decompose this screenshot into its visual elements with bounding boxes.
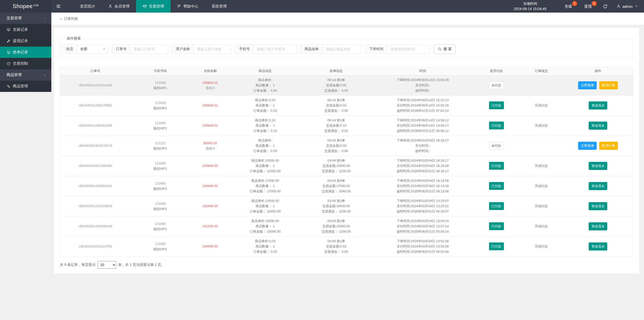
fund-flow-button[interactable]: 资金流水 bbox=[589, 182, 607, 190]
username-input[interactable] bbox=[194, 44, 231, 54]
phone-number: 123456 bbox=[132, 201, 189, 206]
sidebar-group-label: 交易管理 bbox=[7, 16, 22, 21]
phone-input[interactable] bbox=[254, 44, 297, 54]
paid-status-badge: 已付款 bbox=[489, 202, 504, 210]
frozen-amount: 冻结:0 bbox=[191, 146, 229, 151]
fund-flow-button[interactable]: 资金流水 bbox=[589, 101, 607, 110]
page-size-select[interactable]: 20 bbox=[98, 261, 116, 269]
balance-cell: 50000.00冻结:0 bbox=[190, 136, 230, 156]
sidebar-item-product-management[interactable]: 商品管理 bbox=[0, 81, 51, 92]
time-info-cell: 下单时间:2024年03月04日 13:04:24支付时间:2024年03月04… bbox=[372, 216, 473, 236]
fund-flow-button[interactable]: 资金流水 bbox=[589, 202, 607, 210]
product-info-line: 商品数量： 1 bbox=[231, 143, 299, 148]
table-row: UB2403041320563541123456级别VIP1104440.00商… bbox=[60, 176, 633, 196]
sidebar-group-product-manage[interactable]: 商品管理 bbox=[0, 69, 51, 81]
product-info-line: 订单金额： 0.10 bbox=[231, 128, 299, 133]
product-info-cell: 商品单价:商品数量： 1订单金额： 0.00 bbox=[230, 75, 300, 95]
user-icon bbox=[108, 4, 112, 9]
actions-cell: 资金流水 bbox=[563, 176, 633, 196]
product-info-line: 订单金额： 0.03 bbox=[231, 108, 299, 113]
sidebar-item-grab-records[interactable]: 抢单记录 bbox=[0, 47, 51, 58]
actions-cell: 资金流水 bbox=[563, 236, 633, 257]
product-name-input[interactable] bbox=[323, 44, 361, 54]
sidebar-item-recharge-records[interactable]: 充值记录 bbox=[0, 24, 51, 35]
sidebar-group-trade-manage[interactable]: 交易管理 bbox=[0, 13, 51, 24]
product-info-line: 商品单价:10000.00 bbox=[231, 158, 299, 163]
dispatch-button[interactable]: 立即派单 bbox=[578, 142, 597, 150]
column-header: 订单号 bbox=[60, 67, 131, 75]
grab-info-line: 09-14 第1单 bbox=[301, 118, 371, 123]
recharge-badge: 1 bbox=[572, 1, 577, 6]
grab-info-line: 交易金额:0.10 bbox=[301, 123, 371, 128]
sidebar-item-withdraw-records[interactable]: 提现记录 bbox=[0, 35, 51, 47]
pagination-prefix: 共 9 条记录，每页显示 bbox=[60, 263, 96, 267]
nav-item-label: 系统管理 bbox=[212, 4, 227, 9]
dispatch-button[interactable]: 立即派单 bbox=[578, 81, 597, 89]
nav-item-help[interactable]: 帮助中心 bbox=[171, 0, 205, 13]
balance-value: 104440.00 bbox=[191, 183, 229, 189]
order-status-cell bbox=[519, 75, 563, 95]
order-time-input[interactable] bbox=[387, 44, 430, 54]
sidebar-item-label: 提现记录 bbox=[13, 39, 28, 43]
fund-flow-button[interactable]: 资金流水 bbox=[589, 162, 607, 170]
balance-cell: 105640.01 bbox=[190, 95, 230, 116]
grab-info-line: 09-14 第0单 bbox=[301, 77, 371, 83]
paid-status-badge: 未付款 bbox=[489, 81, 504, 89]
grab-info-line: 交易金额:17000.00 bbox=[301, 183, 371, 189]
pagination: 共 9 条记录，每页显示 20 条，共 1 页当前显示第 1 页。 bbox=[60, 261, 633, 269]
nav-item-home[interactable]: 首页统计 bbox=[73, 0, 102, 13]
time-info-line: 超时时间:2035年08月01日 05:04:24 bbox=[373, 229, 472, 234]
paid-status-cell: 已付款 bbox=[473, 156, 520, 176]
withdraw-link[interactable]: 提现 0 bbox=[584, 4, 592, 9]
scales-icon bbox=[143, 4, 147, 9]
paid-status-cell: 已付款 bbox=[473, 176, 520, 196]
grab-info-cell: 03-04 第1单交易金额:0.03交易佣金： 0.00 bbox=[300, 236, 372, 257]
hamburger-menu-icon[interactable] bbox=[51, 0, 66, 13]
time-info-line: 超时时间:2035年08月01日 05:02:48 bbox=[373, 249, 472, 254]
refresh-icon[interactable] bbox=[603, 4, 608, 9]
order-no-cell: UB2403041301113763 bbox=[60, 236, 131, 257]
product-info-line: 商品单价: bbox=[231, 138, 299, 143]
cancel-order-button[interactable]: 取消订单 bbox=[599, 81, 618, 89]
time-info-line: 下单时间:2024年03月04日 16:13:08 bbox=[373, 178, 472, 183]
fund-flow-button[interactable]: 资金流水 bbox=[589, 242, 607, 251]
status-select[interactable]: 全部 bbox=[77, 44, 108, 54]
grab-info-line: 交易金额:0.03 bbox=[301, 103, 371, 108]
search-button[interactable]: 搜 索 bbox=[434, 44, 456, 54]
grab-info-line: 交易佣金： 2040.00 bbox=[301, 189, 371, 194]
fund-flow-button[interactable]: 资金流水 bbox=[589, 222, 607, 230]
order-no-input[interactable] bbox=[130, 44, 168, 54]
column-header: 抢单信息 bbox=[300, 67, 372, 75]
time-info-line: 超时时间:2035年08月01日 08:16:17 bbox=[373, 168, 472, 174]
order-no: UB2409141456461085 bbox=[61, 123, 130, 128]
balance-cell: 105640.01 bbox=[190, 116, 230, 136]
time-info-line: 超时时间:- bbox=[373, 148, 472, 154]
sidebar-item-trade-control[interactable]: 交易控制 bbox=[0, 58, 51, 69]
nav-item-system[interactable]: 系统管理 bbox=[205, 0, 233, 13]
product-info-line: 商品数量： 1 bbox=[231, 244, 299, 249]
order-status-cell bbox=[519, 136, 563, 156]
nav-item-label: 帮助中心 bbox=[183, 4, 198, 9]
nav-item-trade[interactable]: 交易管理 bbox=[136, 0, 171, 13]
logo-version: V18 bbox=[33, 4, 38, 7]
order-no-cell: UB2403041320563541 bbox=[60, 176, 131, 196]
admin-menu[interactable]: admin bbox=[617, 4, 638, 9]
phone-cell: 123456级别VIP1 bbox=[131, 196, 190, 216]
table-row: UB2403041310256619123456级别VIP1102400.00商… bbox=[60, 196, 633, 216]
column-header: 操作 bbox=[563, 67, 633, 75]
order-no: UB2403041304026249 bbox=[61, 224, 130, 229]
cancel-order-button[interactable]: 取消订单 bbox=[599, 142, 618, 150]
time-info-line: 支付时间:2024年03月04日 13:03:26 bbox=[373, 244, 472, 249]
product-info-line: 订单金额： 10000.00 bbox=[231, 168, 299, 174]
grab-info-cell: 03-04 第4单交易金额:17000.00交易佣金： 2040.00 bbox=[300, 176, 372, 196]
vip-level: 级别VIP1 bbox=[132, 85, 189, 91]
status-select-value: 全部 bbox=[80, 47, 87, 51]
recharge-link[interactable]: 充值 1 bbox=[565, 4, 572, 9]
time-info-line: 下单时间:2024年03月04日 13:02:48 bbox=[373, 238, 472, 244]
product-info-cell: 商品单价:17000.00商品数量： 1订单金额： 17000.00 bbox=[230, 176, 300, 196]
local-time-label: 当地时间 bbox=[514, 1, 546, 6]
sidebar-group-label: 商品管理 bbox=[7, 73, 22, 77]
nav-item-members[interactable]: 会员管理 bbox=[102, 0, 136, 13]
fund-flow-button[interactable]: 资金流水 bbox=[589, 122, 607, 130]
grab-info-line: 交易佣金： 1200.00 bbox=[301, 229, 371, 234]
